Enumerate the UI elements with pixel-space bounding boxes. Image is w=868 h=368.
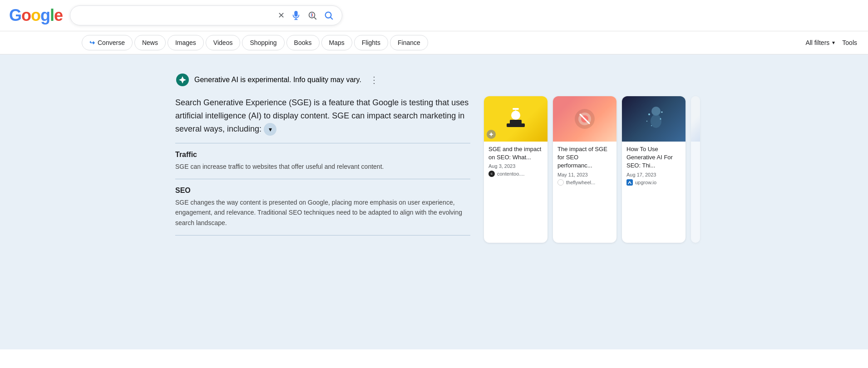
- card-4-partial[interactable]: [691, 96, 700, 243]
- card-1-title: SGE and the impact on SEO: What...: [488, 145, 543, 162]
- search-icons: ✕: [277, 10, 335, 21]
- card-3-title: How To Use Generative AI For SEO: Thi...: [626, 145, 681, 170]
- all-filters-button[interactable]: All filters ▾: [804, 35, 837, 50]
- tab-shopping[interactable]: Shopping: [242, 35, 284, 50]
- close-icon: ✕: [278, 10, 285, 20]
- sge-body: Search Generative Experience (SGE) is a …: [175, 96, 693, 243]
- tab-images-label: Images: [175, 39, 196, 46]
- expand-button[interactable]: ▾: [264, 123, 276, 136]
- section-seo: SEO SGE changes the way content is prese…: [175, 186, 470, 228]
- tab-finance[interactable]: Finance: [390, 35, 428, 50]
- card-2-body: The impact of SGE for SEO performanc... …: [553, 142, 616, 189]
- search-input[interactable]: how will sge impact search marketing: [78, 11, 272, 20]
- search-submit-button[interactable]: [323, 10, 335, 21]
- more-options-icon[interactable]: ⋮: [370, 74, 379, 85]
- card-2-date: May 11, 2023: [557, 172, 612, 177]
- converse-arrow-icon: ↪: [89, 39, 95, 46]
- section-title-seo: SEO: [175, 186, 470, 195]
- sge-left: Search Generative Experience (SGE) is a …: [175, 96, 470, 243]
- chevron-down-icon: ▾: [832, 39, 835, 46]
- nav-tabs: ↪ Converse News Images Videos Shopping B…: [0, 31, 868, 54]
- svg-point-19: [648, 113, 650, 115]
- voice-search-button[interactable]: [290, 10, 302, 21]
- search-icon: [324, 10, 334, 20]
- card-1-favicon: c: [488, 171, 495, 177]
- card-2-title: The impact of SGE for SEO performanc...: [557, 145, 612, 170]
- tab-videos-label: Videos: [213, 39, 233, 46]
- card-2-image: [553, 96, 616, 142]
- section-divider-1: [175, 143, 470, 143]
- section-text-traffic: SGE can increase traffic to websites tha…: [175, 162, 470, 172]
- all-filters-label: All filters: [805, 39, 829, 46]
- svg-line-5: [330, 17, 332, 19]
- svg-point-23: [651, 125, 652, 126]
- card-2-favicon: [557, 179, 564, 186]
- ai-notice: Generative AI is experimental. Info qual…: [175, 73, 693, 87]
- header: Google how will sge impact search market…: [0, 0, 868, 31]
- google-logo: Google: [9, 6, 63, 25]
- sge-container: Generative AI is experimental. Info qual…: [162, 64, 706, 252]
- tab-news-label: News: [142, 39, 158, 46]
- card-1-image: [484, 96, 547, 142]
- clear-button[interactable]: ✕: [277, 10, 286, 21]
- tab-maps[interactable]: Maps: [321, 35, 352, 50]
- card-3-source: upgrow.io: [626, 179, 681, 186]
- section-text-seo: SGE changes the way content is presented…: [175, 197, 470, 228]
- microphone-icon: [291, 10, 301, 20]
- card-1-source-name: contentoo....: [497, 171, 525, 177]
- tab-books[interactable]: Books: [286, 35, 320, 50]
- generative-ai-icon: [175, 73, 190, 87]
- tab-flights[interactable]: Flights: [354, 35, 388, 50]
- card-4-image: [691, 96, 700, 142]
- svg-point-18: [651, 114, 661, 128]
- tab-videos[interactable]: Videos: [206, 35, 241, 50]
- card-3[interactable]: How To Use Generative AI For SEO: Thi...…: [622, 96, 686, 243]
- section-traffic: Traffic SGE can increase traffic to webs…: [175, 151, 470, 172]
- tab-shopping-label: Shopping: [250, 39, 276, 46]
- search-bar: how will sge impact search marketing ✕: [70, 5, 342, 25]
- card-3-body: How To Use Generative AI For SEO: Thi...…: [622, 142, 686, 189]
- card-3-date: Aug 17, 2023: [626, 172, 681, 177]
- svg-point-22: [661, 112, 663, 113]
- card-2[interactable]: The impact of SGE for SEO performanc... …: [553, 96, 616, 243]
- tab-images[interactable]: Images: [168, 35, 204, 50]
- tab-books-label: Books: [294, 39, 312, 46]
- converse-label: Converse: [98, 39, 125, 46]
- ai-notice-text: Generative AI is experimental. Info qual…: [194, 76, 361, 84]
- card-3-image: [622, 96, 686, 142]
- svg-point-21: [646, 121, 647, 122]
- svg-rect-11: [513, 108, 519, 110]
- card-2-source-name: theflywheel...: [566, 180, 595, 185]
- tools-button[interactable]: Tools: [840, 35, 859, 50]
- tools-label: Tools: [842, 39, 857, 46]
- section-title-traffic: Traffic: [175, 151, 470, 159]
- tab-converse[interactable]: ↪ Converse: [82, 35, 133, 50]
- sge-intro-text: Search Generative Experience (SGE) is a …: [175, 96, 470, 136]
- tab-flights-label: Flights: [362, 39, 380, 46]
- sge-cards: SGE and the impact on SEO: What... Aug 3…: [484, 96, 693, 243]
- card-1[interactable]: SGE and the impact on SEO: What... Aug 3…: [484, 96, 547, 243]
- nav-right: All filters ▾ Tools: [804, 35, 859, 50]
- tab-finance-label: Finance: [398, 39, 420, 46]
- card-3-favicon: [626, 179, 633, 186]
- section-divider-2: [175, 179, 470, 179]
- card-1-date: Aug 3, 2023: [488, 163, 543, 169]
- section-divider-3: [175, 235, 470, 236]
- tab-news[interactable]: News: [134, 35, 166, 50]
- card-2-source: theflywheel...: [557, 179, 612, 186]
- tab-maps-label: Maps: [329, 39, 345, 46]
- lens-icon: [307, 10, 317, 20]
- card-3-source-name: upgrow.io: [635, 180, 656, 185]
- card-1-body: SGE and the impact on SEO: What... Aug 3…: [484, 142, 547, 181]
- svg-rect-8: [510, 120, 522, 124]
- main-content: Generative AI is experimental. Info qual…: [0, 54, 868, 349]
- svg-point-20: [660, 118, 661, 120]
- lens-button[interactable]: [306, 10, 318, 21]
- card-1-source: c contentoo....: [488, 171, 543, 177]
- svg-line-3: [314, 17, 316, 19]
